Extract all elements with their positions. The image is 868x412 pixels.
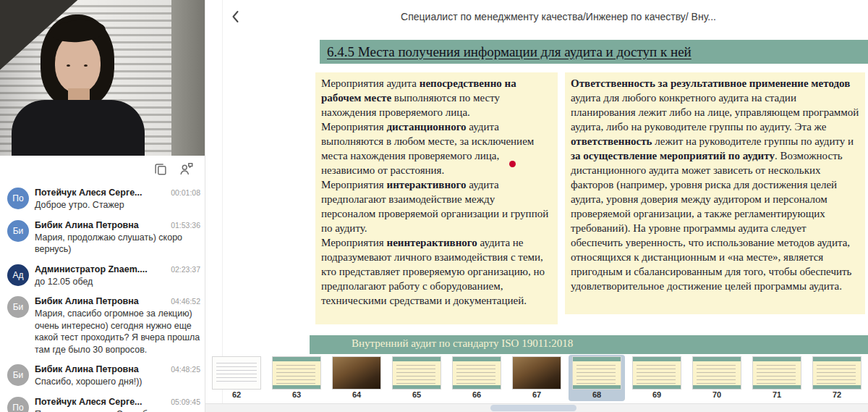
thumbnail-number: 63	[292, 390, 301, 399]
chat-text: Спасибо, хорошего дня!))	[35, 376, 200, 388]
chat-time: 04:48:25	[171, 365, 200, 374]
presentation-panel: Специалист по менеджменту качества/Инжен…	[205, 0, 868, 412]
chat-text: Мария, продолжаю слушать) скоро вернусь)	[35, 232, 200, 256]
thumbnail-number: 64	[352, 390, 361, 399]
slide-thumbnail-image	[333, 357, 380, 389]
chat-message-body: Администратор Znaem.... 02:23:37 до 12.0…	[35, 264, 200, 288]
chat-text: Доброе утро. Стажер	[35, 199, 200, 211]
presenter-eye-left	[67, 64, 70, 67]
video-toolbar	[0, 156, 205, 182]
chat-text: Мария, спасибо огромное за лекцию) очень…	[35, 308, 200, 356]
back-button[interactable]	[227, 8, 244, 25]
avatar: Би	[7, 220, 29, 242]
webcam-video	[0, 0, 205, 156]
chat-message-body: Бибик Алина Петровна 04:46:52 Мария, спа…	[35, 296, 200, 356]
left-panel: По Потейчук Алеся Серге... 00:01:08 Добр…	[0, 0, 205, 412]
panel-divider	[222, 0, 223, 412]
chat-author: Потейчук Алеся Серге...	[35, 397, 166, 407]
avatar: Би	[7, 296, 29, 318]
presenter-eye-right	[84, 64, 88, 67]
slide-thumbnail[interactable]: 65	[388, 355, 445, 401]
chat-message-header: Бибик Алина Петровна 04:48:25	[35, 364, 200, 374]
chat-author: Бибик Алина Петровна	[35, 364, 166, 374]
chat-message-list[interactable]: По Потейчук Алеся Серге... 00:01:08 Добр…	[0, 182, 205, 412]
slide-thumbnail-image	[693, 357, 741, 389]
chat-message: Би Бибик Алина Петровна 01:53:36 Мария, …	[0, 216, 205, 260]
scrollbar-thumb[interactable]	[490, 405, 576, 411]
chat-author: Бибик Алина Петровна	[35, 220, 166, 230]
slide-thumbnail-image	[813, 357, 861, 389]
slide-thumbnail-image	[453, 357, 501, 389]
chat-time: 04:46:52	[171, 297, 200, 306]
slide-thumbnail-image	[573, 357, 621, 389]
chat-message: Би Бибик Алина Петровна 04:48:25 Спасибо…	[0, 360, 205, 392]
thumbnail-number: 66	[472, 390, 481, 399]
presenter-torso	[12, 100, 145, 156]
slide-thumbnail[interactable]: 67	[509, 355, 565, 401]
slide-title: 6.4.5 Места получения информации для ауд…	[320, 44, 699, 60]
slide-thumbnail[interactable]: 71	[749, 355, 805, 401]
chat-message: По Потейчук Алеся Серге... 00:01:08 Добр…	[0, 183, 205, 216]
thumbnail-number: 69	[652, 390, 661, 399]
slide-thumbnail-image	[393, 357, 441, 389]
chat-time: 02:23:37	[171, 265, 200, 274]
slide-thumbnail[interactable]: 64	[328, 355, 385, 401]
chat-author: Бибик Алина Петровна	[35, 296, 166, 306]
avatar: По	[7, 397, 29, 412]
wall-background	[171, 0, 205, 156]
slide-thumbnail[interactable]: 72	[809, 355, 865, 401]
slide-thumbnail-image	[633, 357, 681, 389]
chat-message: Би Бибик Алина Петровна 04:46:52 Мария, …	[0, 292, 205, 360]
laser-pointer-dot	[509, 161, 516, 167]
chat-time: 01:53:36	[171, 221, 200, 230]
presenter-face	[55, 33, 101, 93]
avatar: Би	[7, 364, 29, 386]
thumbnail-number: 65	[412, 390, 421, 399]
chat-message-header: Потейчук Алеся Серге... 05:09:45	[35, 397, 200, 407]
thumbnail-number: 72	[833, 390, 841, 399]
slide-right-column: Ответственность за результативное примен…	[565, 72, 865, 314]
slide-thumbnail[interactable]: 68	[569, 355, 625, 401]
horizontal-scrollbar[interactable]	[205, 403, 868, 412]
avatar: По	[7, 188, 29, 209]
slide-thumbnail-image	[213, 357, 260, 389]
slide-footer-bar: Внутренний аудит по стандарту ISO 19011:…	[310, 335, 868, 354]
course-title: Специалист по менеджменту качества/Инжен…	[256, 0, 861, 33]
slide-footer-text: Внутренний аудит по стандарту ISO 19011:…	[352, 337, 573, 350]
chat-message-header: Бибик Алина Петровна 04:46:52	[35, 296, 200, 306]
thumbnail-number: 71	[773, 390, 781, 399]
slide-thumbnail[interactable]: 69	[629, 355, 685, 401]
chat-author: Потейчук Алеся Серге...	[35, 188, 166, 198]
slide-left-column: Мероприятия аудита непосредственно на ра…	[315, 72, 558, 324]
chat-message: По Потейчук Алеся Серге... 05:09:45 Пишу…	[0, 392, 205, 412]
slide-thumbnail[interactable]: 70	[689, 355, 745, 401]
filmstrip: 62 63 64 65 66 67 68 69 70 71 72	[205, 355, 868, 401]
thumbnail-number: 68	[592, 390, 601, 399]
chat-message-header: Администратор Znaem.... 02:23:37	[35, 264, 200, 274]
webinar-window: По Потейчук Алеся Серге... 00:01:08 Добр…	[0, 0, 868, 412]
copy-icon[interactable]	[153, 161, 169, 177]
chat-participants-icon[interactable]	[179, 161, 195, 177]
thumbnail-number: 62	[232, 390, 241, 399]
chat-message-body: Потейчук Алеся Серге... 05:09:45 Пишу с …	[35, 397, 200, 412]
avatar: Ад	[7, 264, 29, 286]
chat-time: 00:01:08	[171, 188, 200, 197]
slide-thumbnail[interactable]: 63	[268, 355, 325, 401]
chat-author: Администратор Znaem....	[35, 264, 166, 274]
slide-thumbnail-image	[513, 357, 561, 389]
chat-message-header: Потейчук Алеся Серге... 00:01:08	[35, 188, 200, 198]
slide-thumbnail[interactable]: 66	[448, 355, 505, 401]
slide-thumbnail-image	[753, 357, 801, 389]
slide-thumbnail-image	[273, 357, 320, 389]
thumbnail-number: 67	[532, 390, 541, 399]
chat-message: Ад Администратор Znaem.... 02:23:37 до 1…	[0, 260, 205, 293]
chevron-left-icon	[227, 8, 244, 25]
slide-title-bar: 6.4.5 Места получения информации для ауд…	[320, 40, 868, 64]
chat-message-header: Бибик Алина Петровна 01:53:36	[35, 220, 200, 230]
slide-thumbnail[interactable]: 62	[208, 355, 265, 401]
chat-text: Пишу с вами цели. Спасибо за лекцию, хор…	[35, 408, 200, 412]
thumbnail-number: 70	[712, 390, 721, 399]
chat-message-body: Бибик Алина Петровна 04:48:25 Спасибо, х…	[35, 364, 200, 388]
chat-time: 05:09:45	[171, 398, 200, 406]
chat-message-body: Потейчук Алеся Серге... 00:01:08 Доброе …	[35, 188, 200, 211]
